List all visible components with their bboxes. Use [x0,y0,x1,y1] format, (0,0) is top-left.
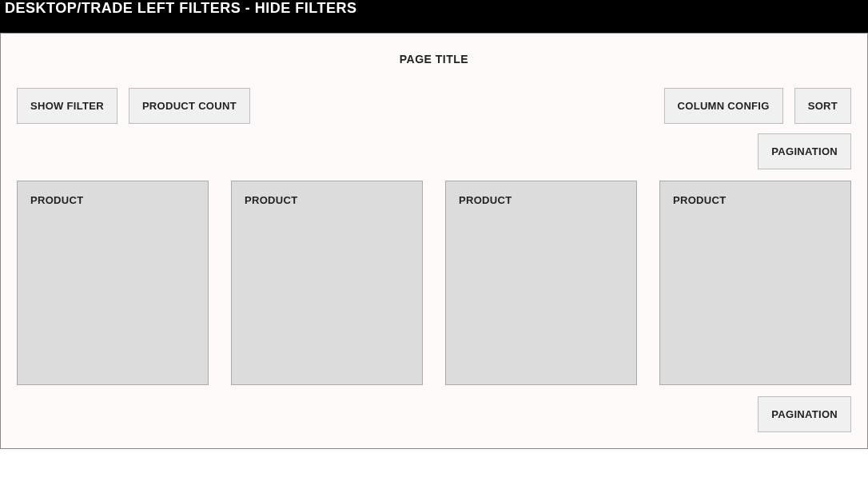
wireframe-header: DESKTOP/TRADE LEFT FILTERS - HIDE FILTER… [0,0,868,33]
pagination-bottom-button[interactable]: PAGINATION [758,396,851,432]
toolbar-right: COLUMN CONFIG SORT [664,88,851,124]
product-card[interactable]: PRODUCT [17,181,209,385]
column-config-button[interactable]: COLUMN CONFIG [664,88,783,124]
toolbar: SHOW FILTER PRODUCT COUNT COLUMN CONFIG … [17,88,851,124]
toolbar-left: SHOW FILTER PRODUCT COUNT [17,88,250,124]
product-label: PRODUCT [673,194,838,206]
show-filter-button[interactable]: SHOW FILTER [17,88,117,124]
pagination-top-button[interactable]: PAGINATION [758,133,851,169]
page-title: PAGE TITLE [17,53,851,66]
product-count-button[interactable]: PRODUCT COUNT [129,88,250,124]
wireframe-canvas: PAGE TITLE SHOW FILTER PRODUCT COUNT COL… [0,33,868,449]
wireframe-title: DESKTOP/TRADE LEFT FILTERS - HIDE FILTER… [5,0,863,17]
product-label: PRODUCT [30,194,195,206]
product-label: PRODUCT [245,194,409,206]
product-label: PRODUCT [459,194,623,206]
sort-button[interactable]: SORT [794,88,851,124]
pagination-bottom-row: PAGINATION [17,396,851,432]
product-card[interactable]: PRODUCT [659,181,851,385]
product-card[interactable]: PRODUCT [445,181,637,385]
product-grid: PRODUCT PRODUCT PRODUCT PRODUCT [17,181,851,385]
product-card[interactable]: PRODUCT [231,181,423,385]
pagination-top-row: PAGINATION [17,133,851,169]
